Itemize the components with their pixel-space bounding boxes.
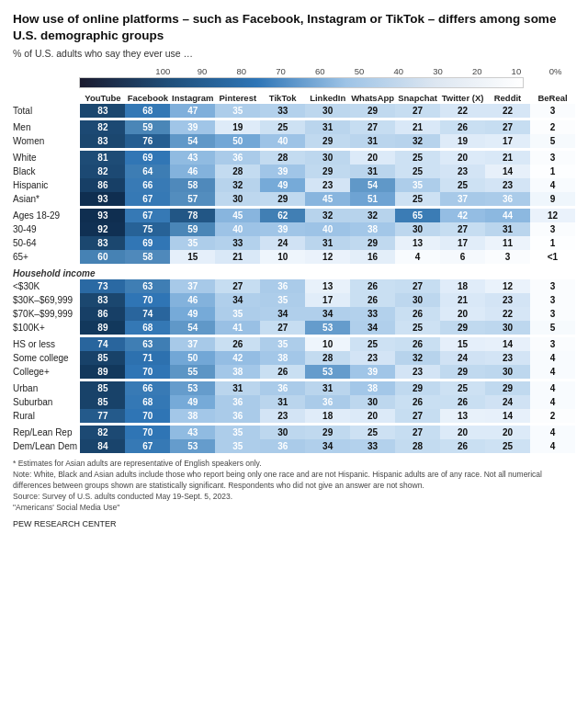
table-row: White816943362830202520213 bbox=[13, 151, 575, 165]
table-row: Ages 18-299367784562323265424412 bbox=[13, 209, 575, 222]
column-header-instagram: Instagram bbox=[170, 92, 215, 104]
column-header-whatsapp: WhatsApp bbox=[350, 92, 395, 104]
table-row: 30-49927559403940383027313 bbox=[13, 222, 575, 236]
table-row: Men825939192531272126272 bbox=[13, 120, 575, 134]
table-row: <$30K736337273613262718123 bbox=[13, 279, 575, 293]
column-header-pinterest: Pinterest bbox=[215, 92, 260, 104]
table-row: Dem/Lean Dem846753353634332826254 bbox=[13, 439, 575, 453]
column-header-tiktok: TikTok bbox=[260, 92, 305, 104]
table-row: College+897055382653392329304 bbox=[13, 365, 575, 379]
table-row: Some college857150423828233224234 bbox=[13, 351, 575, 365]
scale-bar bbox=[13, 77, 575, 88]
page-title: How use of online platforms – such as Fa… bbox=[13, 11, 575, 44]
column-header-bereal: BeReal bbox=[530, 92, 575, 104]
table-row: $30K–$69,999837046343517263021233 bbox=[13, 293, 575, 307]
footnotes: * Estimates for Asian adults are represe… bbox=[13, 459, 575, 513]
table-row: Rural777038362318202713142 bbox=[13, 409, 575, 423]
subtitle: % of U.S. adults who say they ever use … bbox=[13, 48, 575, 59]
table-row: Black826446283929312523141 bbox=[13, 165, 575, 178]
table-row: 65+60581521101216463<1 bbox=[13, 250, 575, 264]
table-row: Household income bbox=[13, 264, 575, 279]
table-row: HS or less746337263510252615143 bbox=[13, 337, 575, 351]
scale-labels: 100 90 80 70 60 50 40 30 20 10 0% bbox=[13, 66, 575, 76]
column-header-facebook: Facebook bbox=[125, 92, 170, 104]
data-table: YouTubeFacebookInstagramPinterestTikTokL… bbox=[13, 92, 575, 453]
table-row: Suburban856849363136302626244 bbox=[13, 395, 575, 409]
table-row: Rep/Lean Rep827043353029252720204 bbox=[13, 426, 575, 439]
column-header-linkedin: LinkedIn bbox=[305, 92, 350, 104]
table-row: Asian*936757302945512537369 bbox=[13, 192, 575, 206]
table-row: $70K–$99,999867449353434332620223 bbox=[13, 307, 575, 321]
column-header-snapchat: Snapchat bbox=[395, 92, 440, 104]
pew-logo: PEW RESEARCH CENTER bbox=[13, 519, 575, 528]
column-header-reddit: Reddit bbox=[485, 92, 530, 104]
table-row: Total836847353330292722223 bbox=[13, 104, 575, 118]
column-header-youtube: YouTube bbox=[80, 92, 125, 104]
column-header-twitter--x-: Twitter (X) bbox=[440, 92, 485, 104]
table-row: $100K+896854412753342529305 bbox=[13, 321, 575, 335]
table-row: Women837654504029313219175 bbox=[13, 134, 575, 148]
table-row: 50-64836935332431291317111 bbox=[13, 236, 575, 250]
table-row: Hispanic866658324923543525234 bbox=[13, 178, 575, 192]
table-row: Urban856653313631382925294 bbox=[13, 381, 575, 395]
